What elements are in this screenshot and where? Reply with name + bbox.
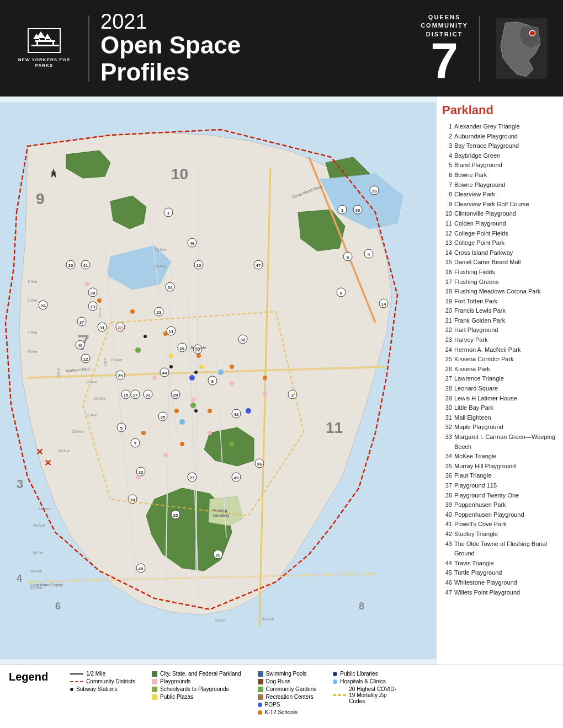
list-item: 47Willets Point Playground	[442, 588, 557, 598]
svg-point-147	[174, 409, 179, 413]
svg-text:2: 2	[291, 393, 294, 398]
list-item: 30Little Bay Park	[442, 403, 557, 413]
svg-text:34: 34	[168, 285, 173, 290]
list-item: 6Bowne Park	[442, 170, 557, 180]
svg-point-141	[97, 298, 102, 303]
park-number: 46	[442, 578, 452, 588]
park-number: 5	[442, 160, 452, 170]
svg-text:23 Ave: 23 Ave	[72, 430, 83, 433]
park-name: Poppenhusen Park	[454, 500, 557, 510]
svg-text:9 Ave: 9 Ave	[28, 350, 37, 354]
svg-point-135	[136, 475, 140, 479]
park-number: 16	[442, 267, 452, 277]
svg-point-148	[208, 409, 212, 413]
list-item: 46Whitestone Playground	[442, 578, 557, 588]
svg-text:24: 24	[41, 303, 46, 308]
svg-text:19: 19	[372, 189, 377, 194]
svg-text:41: 41	[83, 263, 88, 268]
svg-point-143	[163, 331, 168, 336]
park-name: Flushing Greens	[454, 277, 557, 287]
svg-text:46: 46	[190, 241, 195, 246]
svg-text:6: 6	[211, 379, 214, 384]
park-number: 28	[442, 384, 452, 394]
list-item: 4Baybridge Green	[442, 151, 557, 161]
dot-icon	[70, 688, 73, 691]
darkblue-dot-icon	[333, 672, 337, 676]
park-name: Murray Hill Playground	[454, 462, 557, 472]
park-number: 26	[442, 365, 452, 374]
park-name: Hart Playground	[454, 325, 557, 335]
list-item: 25Kissena Corridor Park	[442, 355, 557, 365]
legend-item-plazas: Public Plazas	[152, 694, 241, 700]
svg-point-152	[246, 408, 251, 414]
park-name: Mall Eighteen	[454, 413, 557, 423]
svg-text:43: 43	[234, 475, 239, 480]
svg-text:35: 35	[161, 415, 166, 420]
park-number: 35	[442, 462, 452, 472]
svg-text:✕: ✕	[44, 458, 51, 468]
list-item: 20Francis Lewis Park	[442, 306, 557, 316]
park-number: 11	[442, 219, 452, 229]
park-name: Playground Twenty One	[454, 491, 557, 501]
legend-item-pops: POPS	[258, 702, 317, 708]
park-name: Fort Totten Park	[454, 297, 557, 307]
district-block: QUEENS COMMUNITYDISTRICT 7	[421, 13, 468, 83]
park-number: 45	[442, 568, 452, 578]
park-number: 15	[442, 258, 452, 267]
list-item: 2Auburndale Playground	[442, 132, 557, 142]
svg-point-153	[218, 370, 224, 375]
header-subtitle: Open Space Profiles	[100, 32, 410, 85]
legend-label-pops: POPS	[265, 702, 280, 708]
park-name: Bland Playground	[454, 160, 557, 170]
legend-label-subway: Subway Stations	[76, 686, 118, 692]
park-name: Bowne Playground	[454, 180, 557, 190]
svg-text:20: 20	[68, 263, 73, 268]
park-number: 20	[442, 306, 452, 316]
svg-text:45: 45	[139, 566, 144, 571]
header-title-block: 2021 Open Space Profiles	[100, 11, 410, 85]
header-divider-1	[88, 15, 89, 82]
list-item: 12College Point Fields	[442, 229, 557, 239]
park-number: 13	[442, 238, 452, 248]
sidebar-title: Parkland	[442, 103, 557, 117]
svg-point-145	[230, 365, 234, 369]
svg-text:128 St: 128 St	[57, 368, 60, 378]
park-number: 29	[442, 394, 452, 404]
logo-block: NEW YORKERS FOR PARKS	[11, 28, 77, 69]
svg-point-11	[529, 30, 535, 36]
svg-text:5: 5	[120, 426, 123, 431]
lblue-dot-icon	[333, 679, 337, 684]
park-number: 8	[442, 190, 452, 200]
list-item: 37Playground 115	[442, 481, 557, 491]
svg-point-146	[263, 376, 267, 380]
svg-text:33: 33	[146, 393, 151, 398]
park-number: 21	[442, 316, 452, 326]
sidebar: Parkland 1Alexander Grey Triangle2Auburn…	[436, 97, 563, 665]
list-item: 10Clintonville Playground	[442, 209, 557, 219]
svg-text:Bayside: Bayside	[190, 345, 206, 350]
park-name: Travis Triangle	[454, 559, 557, 569]
legend-title-block: Legend	[9, 671, 54, 683]
park-name: College Point Fields	[454, 229, 557, 239]
list-item: 15Daniel Carter Beard Mall	[442, 258, 557, 267]
map-inset	[491, 13, 552, 84]
list-item: 27Lawrence Triangle	[442, 374, 557, 384]
list-item: 33Margaret I. Carman Green—Weeping Beech	[442, 432, 557, 452]
svg-text:14: 14	[381, 302, 386, 307]
svg-point-138	[135, 347, 141, 353]
park-name: Kissena Corridor Park	[454, 355, 557, 365]
legend-item-schools: K-12 Schools	[258, 709, 317, 715]
legend-item-federal: City, State, and Federal Parkland	[152, 671, 241, 677]
legend-item-covid: 20 Highest COVID-19 Mortality Zip Codes	[333, 686, 399, 704]
svg-text:9: 9	[36, 190, 45, 207]
list-item: 34McKee Triangle	[442, 452, 557, 462]
blue-sq-icon	[258, 671, 263, 677]
svg-point-156	[169, 365, 173, 368]
pink-sq-icon	[152, 679, 157, 684]
legend-item-community: Community Districts	[70, 678, 135, 684]
svg-point-137	[199, 365, 204, 369]
park-name: Clearview Park	[454, 190, 557, 200]
svg-rect-7	[39, 39, 40, 42]
park-name: Lawrence Triangle	[454, 374, 557, 384]
svg-point-158	[194, 409, 198, 413]
